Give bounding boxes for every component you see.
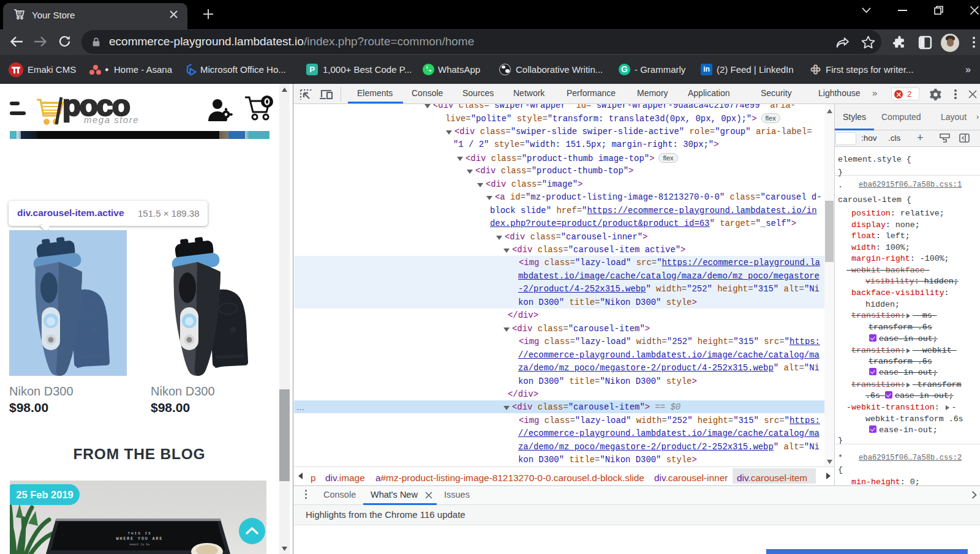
svg-text:meant to be: meant to be (129, 543, 149, 547)
svg-text:WHERE YOU ARE: WHERE YOU ARE (116, 537, 164, 541)
svg-text:THIS IS: THIS IS (127, 531, 151, 536)
